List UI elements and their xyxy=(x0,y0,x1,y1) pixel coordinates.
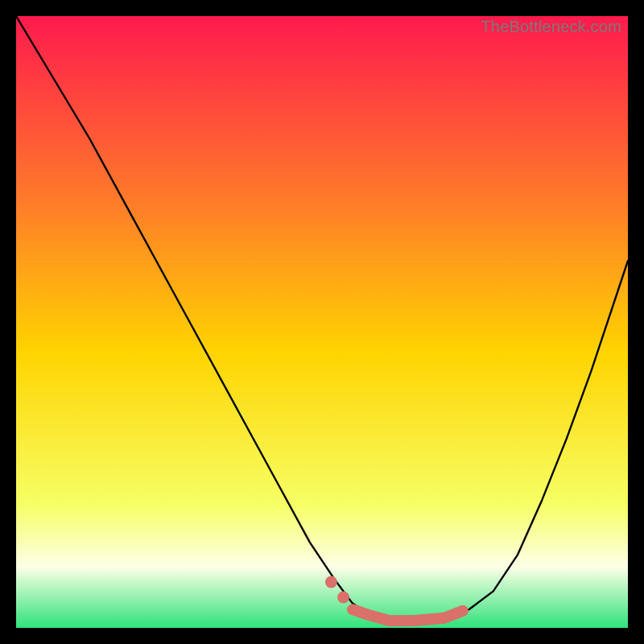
attribution-label: TheBottleneck.com xyxy=(481,18,621,36)
gradient-background xyxy=(16,16,628,628)
chart-frame: TheBottleneck.com xyxy=(16,16,628,628)
accent-dot xyxy=(325,576,337,588)
bottleneck-chart xyxy=(16,16,628,628)
accent-dot xyxy=(337,592,349,604)
